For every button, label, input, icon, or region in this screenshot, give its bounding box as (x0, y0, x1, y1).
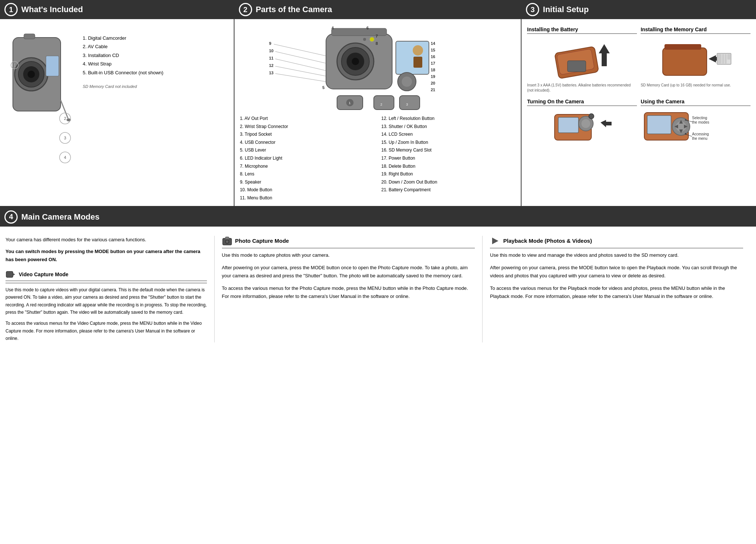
svg-text:9: 9 (269, 41, 271, 46)
section3-header: 3 Initial Setup (522, 0, 756, 19)
svg-text:the menu: the menu (692, 136, 707, 141)
parts-list: 1. AV Out Port 2. Wrist Strap Connector … (240, 115, 516, 202)
playback-column: Playback Mode (Photos & Videos) Use this… (482, 236, 750, 342)
section-parts-camera: 2 Parts of the Camera (234, 0, 522, 206)
memcard-header: Installing the Memory Card (641, 26, 750, 34)
svg-rect-64 (663, 48, 707, 75)
svg-rect-39 (396, 41, 429, 74)
svg-point-77 (589, 114, 594, 119)
svg-text:20: 20 (431, 81, 435, 85)
photo-text1: Use this mode to capture photos with you… (222, 251, 475, 259)
using-svg: Selecting the modes Accessing the menu (641, 109, 714, 146)
part-18: 18. Delete Button (381, 163, 515, 171)
section2-title: Parts of the Camera (256, 5, 332, 14)
video-text2: To access the various menus for the Vide… (6, 320, 207, 342)
svg-rect-68 (718, 54, 721, 64)
accessory-circle-4: 4 (59, 151, 79, 165)
item-1: 1. Digital Camcorder (83, 34, 164, 42)
part-8: 8. Lens (240, 170, 374, 178)
battery-image (527, 37, 637, 81)
intro-text1: Your camera has different modes for the … (6, 236, 207, 244)
section4-title: Main Camera Modes (21, 212, 100, 222)
section2-number: 2 (239, 3, 252, 16)
accessory-circle-2: 2 (59, 112, 79, 126)
play-icon (490, 236, 500, 246)
svg-rect-69 (722, 54, 724, 64)
intro-column: Your camera has different modes for the … (6, 236, 214, 342)
svg-point-23 (363, 38, 366, 41)
svg-text:11: 11 (269, 56, 273, 60)
section1-number: 1 (4, 3, 18, 16)
item-2: 2. AV Cable (83, 42, 164, 51)
svg-rect-6 (24, 34, 35, 39)
svg-text:19: 19 (431, 74, 435, 79)
svg-point-99 (226, 241, 228, 242)
svg-line-28 (275, 51, 326, 63)
part-2: 2. Wrist Strap Connector (240, 123, 374, 131)
section1-header: 1 What's Included (0, 0, 234, 19)
battery-svg (549, 39, 615, 79)
svg-marker-76 (601, 120, 612, 127)
svg-rect-79 (647, 115, 671, 134)
svg-text:16: 16 (431, 54, 435, 59)
svg-rect-70 (725, 54, 727, 64)
section2-content: 9 10 11 12 13 4 6 7 8 (234, 23, 521, 206)
part-5: 5. USB Lever (240, 146, 374, 154)
turning-on-header: Turning On the Camera (527, 99, 637, 106)
section2-header: 2 Parts of the Camera (234, 0, 521, 19)
playback-text2: After powering on your camera, press the… (490, 264, 743, 280)
section1-title: What's Included (21, 5, 83, 14)
photo-mode-icon (222, 236, 232, 246)
battery-header: Installing the Battery (527, 26, 637, 34)
svg-rect-55 (374, 96, 394, 110)
svg-text:18: 18 (431, 68, 435, 72)
part-14: 14. LCD Screen (381, 131, 515, 139)
svg-point-22 (370, 37, 374, 42)
intro-text2: You can switch modes by pressing the MOD… (6, 248, 207, 264)
turning-on-block: Turning On the Camera (527, 99, 637, 146)
svg-text:6: 6 (366, 26, 369, 30)
section4-content: Your camera has different modes for the … (0, 230, 756, 348)
svg-rect-57 (400, 96, 420, 110)
svg-rect-62 (567, 61, 586, 72)
svg-rect-5 (46, 56, 59, 76)
section3-title: Initial Setup (543, 5, 589, 14)
part-4: 4. USB Connector (240, 139, 374, 147)
section3-content: Installing the Battery Insert 3 x AAA (522, 23, 756, 149)
svg-text:4: 4 (332, 26, 334, 30)
memcard-block: Installing the Memory Card (641, 26, 750, 93)
svg-point-40 (413, 45, 423, 56)
svg-text:1: 1 (349, 101, 351, 105)
part-7: 7. Microphone (240, 163, 374, 171)
using-camera-image: Selecting the modes Accessing the menu (641, 109, 750, 146)
section-main-camera-modes: 4 Main Camera Modes Your camera has diff… (0, 207, 756, 348)
turning-row: Turning On the Camera (527, 99, 750, 146)
turning-on-image (527, 109, 637, 146)
svg-text:3: 3 (64, 136, 66, 140)
svg-rect-65 (664, 44, 701, 50)
svg-rect-41 (413, 57, 422, 68)
camera-parts-diagram: 9 10 11 12 13 4 6 7 8 (240, 26, 516, 111)
part-12: 12. Left / Resolution Button (381, 115, 515, 123)
part-11: 11. Menu Button (240, 194, 374, 202)
svg-point-75 (581, 119, 590, 128)
battery-block: Installing the Battery Insert 3 x AAA (527, 26, 637, 93)
video-mode-title: Video Capture Mode (19, 270, 68, 278)
playback-text3: To access the various menus for the Play… (490, 284, 743, 301)
camera-image-area: 1 2 3 (6, 26, 79, 165)
memcard-svg (659, 39, 732, 79)
part-21: 21. Battery Compartment (381, 186, 515, 194)
photo-column: Photo Capture Mode Use this mode to capt… (214, 236, 483, 342)
video-mode-icon (6, 269, 16, 280)
svg-text:Selecting: Selecting (692, 116, 707, 120)
item-4: 4. Wrist Strap (83, 60, 164, 68)
svg-rect-24 (332, 28, 387, 36)
parts-col-left: 1. AV Out Port 2. Wrist Strap Connector … (240, 115, 374, 202)
playback-text1: Use this mode to view and manage the vid… (490, 251, 743, 259)
photo-mode-title: Photo Capture Mode (235, 238, 289, 244)
section3-number: 3 (526, 3, 539, 16)
part-17: 17. Power Button (381, 154, 515, 163)
svg-point-21 (352, 58, 359, 65)
svg-text:13: 13 (269, 71, 273, 75)
playback-mode-title: Playback Mode (Photos & Videos) (503, 238, 592, 244)
